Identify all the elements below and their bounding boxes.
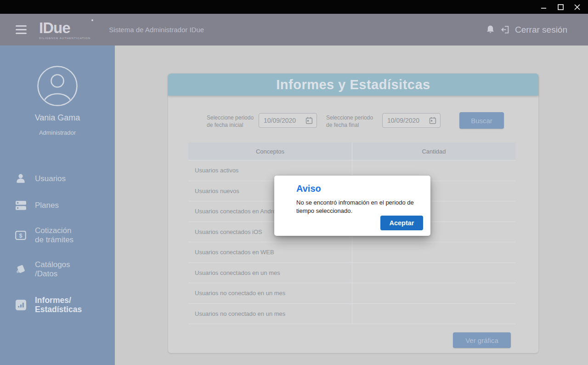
dialog-message: No se encontró infromación en el periodo… [296, 199, 421, 215]
user-name: Vania Gama [0, 113, 115, 123]
sidebar-item-cotizacion[interactable]: $ Cotización de trámites [15, 226, 74, 245]
top-navbar: IDue DILIGENCE AUTHENTICATION Sistema de… [0, 14, 588, 46]
minimize-icon[interactable] [540, 3, 548, 11]
calendar-icon[interactable] [305, 117, 313, 124]
sidebar-item-label: Planes [35, 201, 59, 210]
logout-button[interactable]: Cerrar sesión [515, 25, 567, 35]
table-row: Usuarios no conectado en un mes [188, 303, 515, 324]
sidebar-item-label: Catálogos /Datos [35, 260, 70, 279]
table-row: Usuarios no conectado en un mes [188, 283, 515, 303]
app-logo: IDue DILIGENCE AUTHENTICATION [39, 20, 90, 40]
search-button[interactable]: Buscar [459, 112, 504, 129]
page-title: Informes y Estadísitcas [276, 77, 430, 92]
sidebar-item-label: Cotización de trámites [35, 226, 74, 245]
app-window: { "window": { "controls": ["minimize-ico… [0, 0, 588, 365]
user-icon [15, 174, 26, 183]
cell-cantidad [352, 283, 515, 303]
end-date-input[interactable] [387, 117, 427, 124]
dialog-title: Aviso [296, 183, 423, 194]
plans-icon [15, 201, 26, 210]
logout-icon[interactable] [500, 25, 510, 34]
cell-cantidad [352, 304, 515, 324]
sidebar-item-informes[interactable]: Informes/ Estadísticas [15, 296, 82, 314]
sidebar-item-label: Informes/ Estadísticas [35, 296, 82, 314]
app-title: Sistema de Administrador IDue [109, 26, 204, 34]
sidebar-item-catalogos[interactable]: Catálogos /Datos [15, 260, 70, 279]
dollar-quote-icon: $ [15, 231, 26, 240]
catalogs-icon [15, 264, 26, 275]
table-row: Usuarios conectados en un mes [188, 262, 515, 283]
sidebar-item-usuarios[interactable]: Usuarios [15, 174, 66, 183]
logo-text: IDue [39, 20, 90, 35]
cell-concepto: Usuarios no conectado en un mes [188, 283, 352, 303]
cell-concepto: Usuarios conectados en WEB [188, 242, 352, 262]
logo-registered-dot [91, 19, 93, 21]
alert-dialog: Aviso No se encontró infromación en el p… [274, 176, 430, 236]
maximize-icon[interactable] [557, 3, 564, 11]
cell-concepto: Usuarios no conectado en un mes [188, 304, 352, 324]
view-chart-button[interactable]: Ver gráfica [453, 332, 511, 348]
sidebar: Vania Gama Administrador Usuarios Planes [0, 46, 115, 365]
table-row: Usuarios conectados en WEB [188, 242, 515, 262]
end-date-field[interactable] [382, 113, 441, 128]
start-date-field[interactable] [259, 113, 317, 128]
titlebar [0, 0, 588, 14]
svg-text:$: $ [19, 233, 23, 239]
start-date-input[interactable] [264, 117, 303, 124]
close-icon[interactable] [573, 3, 581, 11]
page-header-banner: Informes y Estadísitcas [168, 74, 538, 96]
start-date-label: Seleccione periodo de fecha inicial [207, 114, 254, 129]
sidebar-item-planes[interactable]: Planes [15, 201, 59, 210]
logo-tagline: DILIGENCE AUTHENTICATION [39, 37, 90, 40]
accept-button[interactable]: Aceptar [380, 216, 423, 230]
user-role: Administrador [0, 129, 115, 136]
table-header-row: Conceptos Cantidad [188, 143, 515, 160]
cell-cantidad [352, 263, 515, 283]
cell-cantidad [352, 242, 515, 262]
column-header-conceptos: Conceptos [188, 143, 352, 160]
column-header-cantidad: Cantidad [352, 143, 515, 160]
bell-icon[interactable] [486, 25, 495, 34]
end-date-label: Seleccione periodo de fecha final [326, 114, 373, 129]
cell-concepto: Usuarios conectados en un mes [188, 263, 352, 283]
avatar [37, 65, 78, 107]
calendar-icon[interactable] [429, 117, 436, 124]
bar-chart-icon [15, 300, 26, 310]
menu-icon[interactable] [16, 25, 27, 34]
sidebar-item-label: Usuarios [35, 174, 66, 183]
